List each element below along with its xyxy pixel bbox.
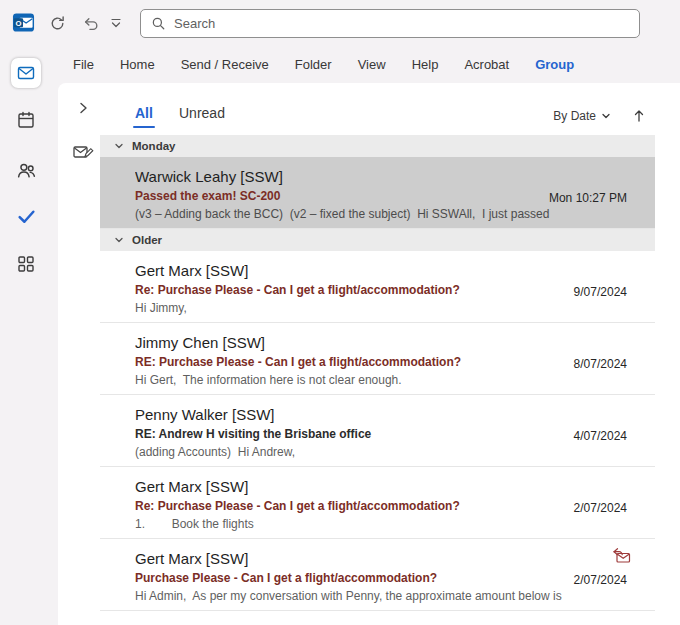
sort-by-date-button[interactable]: By Date [553, 109, 611, 123]
nav-mail-button[interactable] [11, 58, 41, 88]
email-date: 8/07/2024 [574, 357, 627, 371]
menu-tab-help[interactable]: Help [399, 45, 452, 83]
search-icon [151, 16, 166, 31]
search-input[interactable] [174, 16, 629, 31]
filter-tab-unread[interactable]: Unread [179, 105, 225, 121]
menu-tab-home[interactable]: Home [107, 45, 168, 83]
sort-by-label: By Date [553, 109, 596, 123]
email-list-item[interactable]: Warwick Leahy [SSW] Passed the exam! SC-… [100, 157, 655, 229]
filter-tab-all[interactable]: All [135, 105, 153, 121]
email-date: 2/07/2024 [574, 501, 627, 515]
expand-folder-pane-button[interactable] [74, 99, 92, 117]
group-label: Monday [132, 140, 175, 152]
outlook-window: O File [0, 0, 680, 625]
search-bar[interactable] [140, 9, 640, 38]
mail-icon [16, 63, 36, 83]
nav-todo-button[interactable] [11, 201, 41, 231]
email-sender: Gert Marx [SSW] [135, 262, 655, 279]
nav-people-button[interactable] [11, 155, 41, 185]
email-list-item[interactable]: Jimmy Chen [SSW] RE: Purchase Please - C… [100, 323, 655, 395]
email-preview: 1. Book the flights [135, 517, 655, 531]
customize-toolbar-button[interactable] [109, 16, 123, 30]
group-header-older[interactable]: Older [100, 229, 655, 251]
email-preview: (v3 – Adding back the BCC) (v2 – fixed t… [135, 207, 655, 221]
menu-tab-folder[interactable]: Folder [282, 45, 345, 83]
chevron-right-icon [76, 100, 90, 116]
replied-status-icon [612, 547, 631, 564]
nav-calendar-button[interactable] [11, 105, 41, 135]
email-list-item[interactable]: Gert Marx [SSW] Re: Purchase Please - Ca… [100, 467, 655, 539]
chevron-down-icon [601, 111, 611, 121]
email-sender: Penny Walker [SSW] [135, 406, 655, 423]
sort-direction-button[interactable] [631, 107, 647, 123]
menu-tab-send-receive[interactable]: Send / Receive [168, 45, 282, 83]
chevron-down-icon [114, 235, 124, 245]
outlook-logo-icon: O [12, 11, 35, 34]
arrow-up-icon [632, 108, 646, 123]
email-sender: Jimmy Chen [SSW] [135, 334, 655, 351]
email-preview: Hi Gert, The information here is not cle… [135, 373, 655, 387]
quick-access-toolbar: O [0, 0, 680, 45]
email-list-item[interactable]: Gert Marx [SSW] Purchase Please - Can I … [100, 539, 655, 611]
new-email-icon [72, 142, 94, 162]
app-rail [0, 45, 58, 625]
email-date: 2/07/2024 [574, 573, 627, 587]
email-list-item[interactable]: Gert Marx [SSW] Re: Purchase Please - Ca… [100, 251, 655, 323]
calendar-icon [16, 110, 36, 130]
people-icon [16, 160, 37, 181]
menu-tab-acrobat[interactable]: Acrobat [451, 45, 522, 83]
email-preview: Hi Jimmy, [135, 301, 655, 315]
apps-grid-icon [16, 254, 36, 274]
group-label: Older [132, 234, 162, 246]
chevron-down-icon [110, 17, 122, 29]
email-date: 9/07/2024 [574, 285, 627, 299]
email-sender: Gert Marx [SSW] [135, 550, 655, 567]
chevron-down-icon [114, 141, 124, 151]
refresh-icon [49, 15, 66, 32]
email-preview: (adding Accounts) Hi Andrew, [135, 445, 655, 459]
email-preview: Hi Admin, As per my conversation with Pe… [135, 589, 655, 603]
email-sender: Warwick Leahy [SSW] [135, 168, 655, 185]
content-panel: All Unread By Date [58, 83, 680, 625]
svg-text:O: O [15, 19, 21, 28]
undo-button[interactable] [81, 13, 101, 33]
menu-tab-view[interactable]: View [345, 45, 399, 83]
menu-tab-file[interactable]: File [60, 45, 107, 83]
email-date: Mon 10:27 PM [549, 191, 627, 205]
group-header-monday[interactable]: Monday [100, 135, 655, 157]
ribbon-tab-bar: File Home Send / Receive Folder View Hel… [58, 45, 680, 83]
nav-more-apps-button[interactable] [11, 249, 41, 279]
undo-icon [83, 15, 100, 32]
message-list: All Unread By Date [100, 83, 655, 625]
todo-checkmark-icon [16, 206, 37, 227]
email-date: 4/07/2024 [574, 429, 627, 443]
new-email-button[interactable] [71, 141, 95, 163]
message-list-header: All Unread By Date [100, 83, 655, 135]
email-list-item[interactable]: Penny Walker [SSW] RE: Andrew H visiting… [100, 395, 655, 467]
send-receive-button[interactable] [47, 13, 67, 33]
menu-tab-group[interactable]: Group [522, 45, 587, 83]
email-sender: Gert Marx [SSW] [135, 478, 655, 495]
